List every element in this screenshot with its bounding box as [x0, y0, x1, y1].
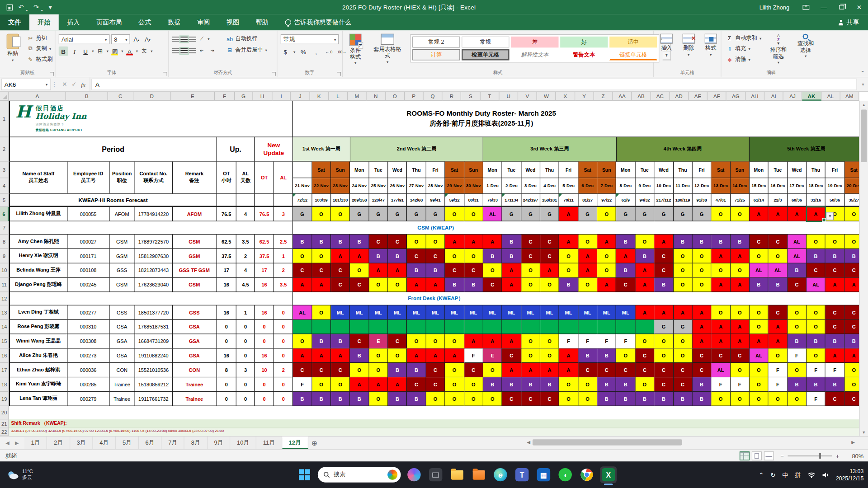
- position[interactable]: GSA: [109, 320, 135, 334]
- shift-cell[interactable]: [521, 320, 540, 334]
- al-days[interactable]: 4.5: [236, 278, 255, 292]
- shift-cell[interactable]: O: [369, 392, 388, 406]
- column-header-V[interactable]: V: [518, 92, 537, 101]
- shift-cell[interactable]: C: [312, 263, 331, 278]
- shift-cell[interactable]: O: [350, 263, 369, 278]
- vertical-scrollbar[interactable]: ▲ ▼: [859, 101, 868, 436]
- remark[interactable]: AFOM: [173, 207, 217, 221]
- shift-cell[interactable]: O: [674, 278, 693, 292]
- sheet-tab-4月[interactable]: 4月: [93, 436, 116, 449]
- shift-cell[interactable]: B: [844, 334, 859, 349]
- grow-font-button[interactable]: A▴: [132, 35, 141, 44]
- start-button[interactable]: [296, 466, 313, 483]
- shift-cell[interactable]: F: [807, 363, 826, 377]
- shift-cell[interactable]: B: [807, 377, 826, 392]
- shift-cell[interactable]: G: [502, 207, 521, 221]
- shift-cell[interactable]: O: [464, 249, 483, 263]
- employee-id[interactable]: 000273: [67, 348, 109, 363]
- shift-cell[interactable]: O: [674, 348, 693, 363]
- merge-center-button[interactable]: ⊟合并后居中▾: [225, 45, 269, 54]
- shift-cell[interactable]: B: [483, 249, 502, 263]
- shift-cell[interactable]: C: [521, 392, 540, 406]
- shift-cell[interactable]: G: [350, 207, 369, 221]
- shift-cell[interactable]: O: [464, 207, 483, 221]
- page-break-view-icon[interactable]: [764, 451, 774, 460]
- shift-cell[interactable]: O: [788, 392, 807, 406]
- shift-cell[interactable]: C: [674, 377, 693, 392]
- scroll-down-icon[interactable]: ▼: [860, 428, 868, 436]
- shift-cell[interactable]: ML: [502, 305, 521, 320]
- column-header-L[interactable]: L: [329, 92, 348, 101]
- shift-cell[interactable]: A: [769, 207, 788, 221]
- accounting-format-icon[interactable]: $: [281, 47, 290, 56]
- shift-cell[interactable]: AL: [807, 278, 826, 292]
- shift-cell[interactable]: C: [388, 334, 407, 349]
- forecast-cell[interactable]: 76/33: [483, 194, 502, 206]
- borders-button[interactable]: ⊞: [95, 47, 105, 56]
- row-header-17[interactable]: 17: [0, 363, 9, 377]
- shift-cell[interactable]: F: [616, 334, 635, 349]
- shift-cell[interactable]: A: [445, 348, 464, 363]
- shift-cell[interactable]: AL: [750, 263, 769, 278]
- contact-no[interactable]: 18212873443: [135, 263, 172, 278]
- column-header-G[interactable]: G: [235, 92, 253, 101]
- shift-cell[interactable]: B: [769, 278, 788, 292]
- al-days[interactable]: 0: [236, 320, 255, 334]
- shift-cell[interactable]: C: [635, 348, 654, 363]
- shift-cell[interactable]: B: [635, 392, 654, 406]
- ot-hours[interactable]: 76.5: [217, 207, 236, 221]
- forecast-cell[interactable]: 50/36: [826, 194, 844, 206]
- clipboard-dialog-launcher[interactable]: [50, 72, 54, 76]
- shift-cell[interactable]: G: [674, 207, 693, 221]
- shift-cell[interactable]: [331, 320, 350, 334]
- column-header-E[interactable]: E: [171, 92, 215, 101]
- shift-cell[interactable]: A: [483, 334, 502, 349]
- shift-cell[interactable]: A: [844, 348, 859, 363]
- tab-帮助[interactable]: 帮助: [247, 14, 277, 31]
- shift-cell[interactable]: O: [483, 263, 502, 278]
- sort-filter-button[interactable]: AZ▼ 排序和筛选▾: [766, 33, 790, 69]
- shift-cell[interactable]: O: [750, 363, 769, 377]
- shift-cell[interactable]: O: [331, 207, 350, 221]
- shift-cell[interactable]: O: [407, 334, 426, 349]
- shift-cell[interactable]: O: [731, 363, 750, 377]
- cell-style-normal2[interactable]: 常规 2: [412, 37, 460, 47]
- shift-cell[interactable]: O: [521, 334, 540, 349]
- shift-cell[interactable]: O: [540, 278, 559, 292]
- shift-cell[interactable]: C: [635, 363, 654, 377]
- shift-cell[interactable]: O: [521, 263, 540, 278]
- shift-cell[interactable]: O: [674, 263, 693, 278]
- forecast-cell[interactable]: 242/197: [521, 194, 540, 206]
- shift-cell[interactable]: O: [521, 348, 540, 363]
- shift-cell[interactable]: [597, 320, 616, 334]
- tab-页面布局[interactable]: 页面布局: [88, 14, 130, 31]
- forecast-cell[interactable]: 61/9: [616, 194, 635, 206]
- employee-id[interactable]: 000036: [67, 363, 109, 377]
- cell-style-normal[interactable]: 常规: [462, 37, 509, 47]
- sheet-tab-11月[interactable]: 11月: [256, 436, 282, 449]
- shift-cell[interactable]: C: [712, 348, 731, 363]
- column-header-AE[interactable]: AE: [689, 92, 708, 101]
- shift-cell[interactable]: O: [559, 263, 578, 278]
- shift-cell[interactable]: O: [693, 263, 712, 278]
- shift-cell[interactable]: B: [788, 334, 807, 349]
- ribbon-display-options-icon[interactable]: [797, 0, 815, 14]
- shift-cell[interactable]: C: [597, 363, 616, 377]
- sheet-tab-5月[interactable]: 5月: [116, 436, 139, 449]
- forecast-cell[interactable]: 142/68: [407, 194, 426, 206]
- shift-cell[interactable]: C: [426, 363, 445, 377]
- shift-cell[interactable]: C: [655, 263, 674, 278]
- position[interactable]: GSS: [109, 305, 135, 320]
- al-days[interactable]: 3.5: [236, 235, 255, 249]
- shift-cell[interactable]: B: [350, 392, 369, 406]
- shift-cell[interactable]: ML: [540, 305, 559, 320]
- shift-cell[interactable]: O: [750, 392, 769, 406]
- employee-id[interactable]: 000277: [67, 305, 109, 320]
- row-header-21[interactable]: 21: [0, 419, 9, 428]
- task-view-icon[interactable]: [427, 466, 444, 483]
- shift-cell[interactable]: O: [559, 377, 578, 392]
- tab-开始[interactable]: 开始: [29, 14, 59, 31]
- shift-cell[interactable]: ML: [464, 305, 483, 320]
- shift-cell[interactable]: O: [578, 278, 597, 292]
- shift-cell[interactable]: C: [293, 263, 312, 278]
